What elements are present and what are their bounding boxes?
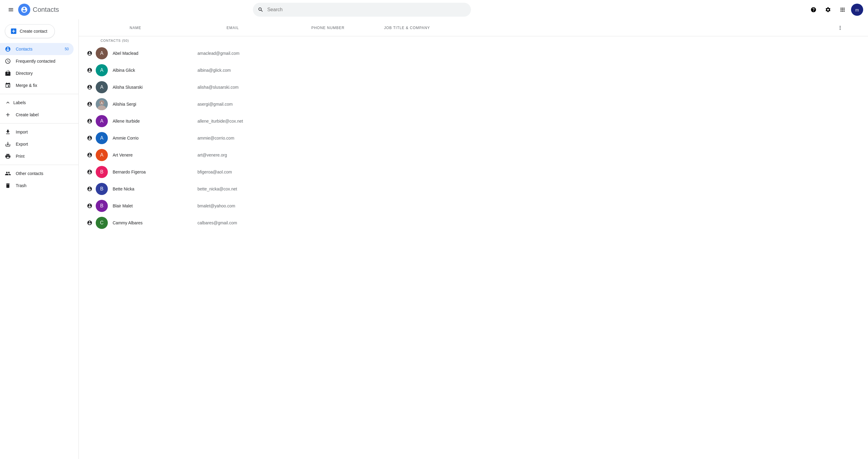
table-row[interactable]: A Alishia Sergi asergi@gmail.com	[79, 96, 868, 112]
create-contact-button[interactable]: Create contact	[5, 24, 55, 38]
contact-name: Allene Iturbide	[113, 119, 197, 124]
contact-checkbox[interactable]	[84, 135, 96, 141]
labels-section-header[interactable]: Labels	[0, 97, 79, 109]
contact-name: Ammie Corrio	[113, 136, 197, 140]
col-name-header: Name	[130, 26, 226, 30]
contact-checkbox[interactable]	[84, 186, 96, 192]
contacts-section-label: CONTACTS (50)	[79, 36, 868, 45]
table-row[interactable]: B Bernardo Figeroa bfigeroa@aol.com	[79, 164, 868, 181]
topbar-left: Contacts	[5, 4, 84, 16]
sidebar-item-create-label[interactable]: Create label	[0, 109, 73, 121]
sidebar-divider-3	[0, 165, 79, 165]
sidebar-item-contacts[interactable]: Contacts 50	[0, 43, 73, 55]
merge-fix-icon	[5, 83, 11, 89]
sidebar-item-trash[interactable]: Trash	[0, 179, 73, 192]
contact-email: amaclead@gmail.com	[197, 51, 282, 56]
contact-name: Cammy Albares	[113, 221, 197, 225]
contact-checkbox[interactable]	[84, 67, 96, 73]
help-button[interactable]	[807, 4, 819, 16]
contact-name: Alisha Slusarski	[113, 85, 197, 90]
topbar: Contacts m	[0, 0, 868, 20]
print-icon	[5, 153, 11, 159]
contact-email: ammie@corrio.com	[197, 136, 282, 140]
col-phone-header: Phone number	[311, 26, 384, 30]
contact-email: asergi@gmail.com	[197, 102, 282, 106]
app-logo[interactable]: Contacts	[18, 4, 59, 16]
menu-icon[interactable]	[5, 4, 17, 16]
sidebar-item-export[interactable]: Export	[0, 138, 73, 150]
topbar-right: m	[807, 4, 863, 16]
sidebar-item-import[interactable]: Import	[0, 126, 73, 138]
contact-email: allene_iturbide@cox.net	[197, 119, 282, 124]
other-contacts-icon	[5, 170, 11, 176]
sidebar-item-frequently-contacted[interactable]: Frequently contacted	[0, 55, 73, 67]
contact-name: Art Venere	[113, 153, 197, 158]
contact-name: Blair Malet	[113, 203, 197, 208]
contact-avatar: B	[96, 183, 108, 195]
user-avatar[interactable]: m	[851, 4, 863, 16]
sidebar-item-print[interactable]: Print	[0, 150, 73, 162]
contact-name: Bernardo Figeroa	[113, 169, 197, 174]
contact-avatar: C	[96, 217, 108, 229]
contact-email: art@venere.org	[197, 153, 282, 158]
search-input[interactable]	[267, 7, 466, 12]
contact-email: bfigeroa@aol.com	[197, 169, 282, 174]
contact-avatar: A	[96, 98, 108, 110]
contact-avatar: B	[96, 166, 108, 178]
sidebar-divider-2	[0, 123, 79, 124]
plus-icon	[10, 28, 17, 35]
contact-checkbox[interactable]	[84, 85, 96, 90]
import-icon	[5, 129, 11, 135]
svg-point-3	[97, 105, 106, 110]
table-row[interactable]: B Bette Nicka bette_nicka@cox.net	[79, 181, 868, 197]
contact-avatar: A	[96, 47, 108, 59]
contact-avatar: A	[96, 64, 108, 76]
search-bar	[253, 3, 471, 17]
trash-icon	[5, 183, 11, 189]
contact-name: Alishia Sergi	[113, 102, 197, 106]
contact-checkbox[interactable]	[84, 220, 96, 226]
search-icon	[258, 7, 264, 13]
main-layout: Create contact Contacts 50 Frequently co…	[0, 20, 868, 459]
contact-email: albina@glick.com	[197, 68, 282, 73]
contact-avatar: A	[96, 149, 108, 161]
contact-avatar: A	[96, 81, 108, 93]
contact-avatar: B	[96, 200, 108, 212]
create-label-icon	[5, 112, 11, 118]
apps-button[interactable]	[837, 4, 848, 16]
sidebar: Create contact Contacts 50 Frequently co…	[0, 20, 79, 459]
table-row[interactable]: A Art Venere art@venere.org	[79, 146, 868, 164]
contact-email: alisha@slusarski.com	[197, 85, 282, 90]
table-header: Name Email Phone number Job title & comp…	[79, 20, 868, 36]
table-row[interactable]: A Alisha Slusarski alisha@slusarski.com	[79, 79, 868, 96]
contact-checkbox[interactable]	[84, 101, 96, 107]
table-row[interactable]: B Blair Malet bmalet@yahoo.com	[79, 197, 868, 215]
app-logo-icon	[18, 4, 30, 16]
contact-email: bmalet@yahoo.com	[197, 203, 282, 208]
sidebar-item-directory[interactable]: Directory	[0, 67, 73, 79]
contact-checkbox[interactable]	[84, 203, 96, 208]
contact-checkbox[interactable]	[84, 51, 96, 56]
sidebar-item-merge-fix[interactable]: Merge & fix	[0, 79, 73, 92]
search-input-wrapper	[253, 3, 471, 17]
table-row[interactable]: A Albina Glick albina@glick.com	[79, 62, 868, 79]
app-name-label: Contacts	[33, 6, 59, 13]
settings-button[interactable]	[822, 4, 834, 16]
col-more-header	[834, 25, 846, 31]
table-row[interactable]: C Cammy Albares calbares@gmail.com	[79, 215, 868, 231]
create-contact-section: Create contact	[5, 24, 73, 38]
table-row[interactable]: A Allene Iturbide allene_iturbide@cox.ne…	[79, 112, 868, 130]
col-email-header: Email	[226, 26, 311, 30]
table-row[interactable]: A Ammie Corrio ammie@corrio.com	[79, 130, 868, 146]
contact-name: Abel Maclead	[113, 51, 197, 56]
contact-checkbox[interactable]	[84, 119, 96, 124]
contact-checkbox[interactable]	[84, 169, 96, 175]
directory-icon	[5, 70, 11, 76]
sidebar-item-other-contacts[interactable]: Other contacts	[0, 167, 73, 179]
chevron-up-icon	[5, 100, 11, 106]
contact-avatar: A	[96, 115, 108, 127]
sidebar-divider-1	[0, 94, 79, 94]
contact-checkbox[interactable]	[84, 152, 96, 158]
table-row[interactable]: A Abel Maclead amaclead@gmail.com	[79, 45, 868, 62]
contacts-list: A Abel Maclead amaclead@gmail.com A Albi…	[79, 45, 868, 231]
